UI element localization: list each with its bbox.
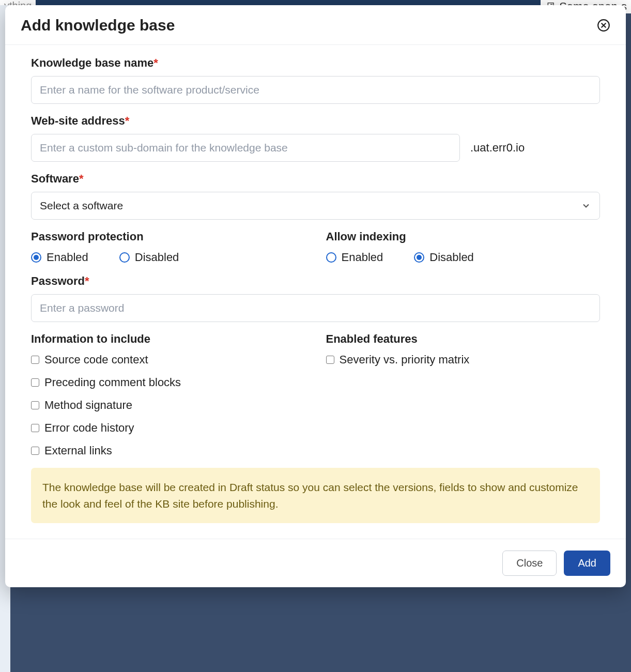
- website-input[interactable]: [31, 134, 460, 162]
- info-include-group: Information to include Source code conte…: [31, 332, 305, 457]
- allow-indexing-label: Allow indexing: [326, 230, 601, 243]
- include-source-code-context[interactable]: Source code context: [31, 353, 305, 366]
- add-kb-modal: Add knowledge base Knowledge base name* …: [5, 5, 626, 587]
- enabled-features-group: Enabled features Severity vs. priority m…: [326, 332, 601, 457]
- password-field: Password*: [31, 274, 600, 322]
- feature-severity-priority-matrix[interactable]: Severity vs. priority matrix: [326, 353, 601, 366]
- website-field: Web-site address* .uat.err0.io: [31, 114, 600, 162]
- software-field: Software* Select a software: [31, 172, 600, 220]
- allow-indexing-disabled[interactable]: Disabled: [414, 251, 474, 264]
- background-text-left: ything: [0, 0, 36, 5]
- website-suffix: .uat.err0.io: [470, 141, 525, 155]
- close-button[interactable]: Close: [502, 551, 557, 576]
- checkbox-icon: [31, 401, 39, 409]
- modal-body: Knowledge base name* Web-site address* .…: [5, 45, 626, 539]
- include-preceding-comment-blocks[interactable]: Preceding comment blocks: [31, 376, 305, 389]
- password-label: Password*: [31, 274, 600, 288]
- radio-icon: [31, 252, 41, 263]
- chevron-down-icon: [581, 201, 591, 211]
- kb-name-field: Knowledge base name*: [31, 56, 600, 104]
- checkbox-icon: [31, 447, 39, 455]
- protection-indexing-row: Password protection Enabled Disabled All…: [31, 230, 600, 264]
- kb-name-label: Knowledge base name*: [31, 56, 600, 70]
- info-include-label: Information to include: [31, 332, 305, 346]
- password-input[interactable]: [31, 294, 600, 322]
- close-icon[interactable]: [597, 19, 610, 32]
- radio-icon: [119, 252, 130, 263]
- modal-title: Add knowledge base: [21, 17, 175, 34]
- include-features-row: Information to include Source code conte…: [31, 332, 600, 457]
- checkbox-icon: [31, 378, 39, 387]
- password-protection-label: Password protection: [31, 230, 305, 243]
- allow-indexing-group: Allow indexing Enabled Disabled: [326, 230, 601, 264]
- include-method-signature[interactable]: Method signature: [31, 399, 305, 412]
- background-header-strip: [0, 0, 631, 5]
- draft-status-notice: The knowledge base will be created in Dr…: [31, 468, 600, 523]
- software-select[interactable]: Select a software: [31, 192, 600, 220]
- password-protection-group: Password protection Enabled Disabled: [31, 230, 305, 264]
- checkbox-icon: [326, 356, 334, 364]
- password-protection-disabled[interactable]: Disabled: [119, 251, 179, 264]
- modal-header: Add knowledge base: [5, 5, 626, 45]
- radio-icon: [326, 252, 336, 263]
- checkbox-icon: [31, 424, 39, 432]
- add-button[interactable]: Add: [564, 551, 610, 576]
- allow-indexing-enabled[interactable]: Enabled: [326, 251, 383, 264]
- enabled-features-label: Enabled features: [326, 332, 601, 346]
- radio-icon: [414, 252, 424, 263]
- modal-footer: Close Add: [5, 539, 626, 587]
- password-protection-enabled[interactable]: Enabled: [31, 251, 88, 264]
- checkbox-icon: [31, 356, 39, 364]
- software-select-value: Select a software: [40, 200, 123, 212]
- website-label: Web-site address*: [31, 114, 600, 128]
- kb-name-input[interactable]: [31, 76, 600, 104]
- include-error-code-history[interactable]: Error code history: [31, 421, 305, 435]
- include-external-links[interactable]: External links: [31, 444, 305, 457]
- software-label: Software*: [31, 172, 600, 186]
